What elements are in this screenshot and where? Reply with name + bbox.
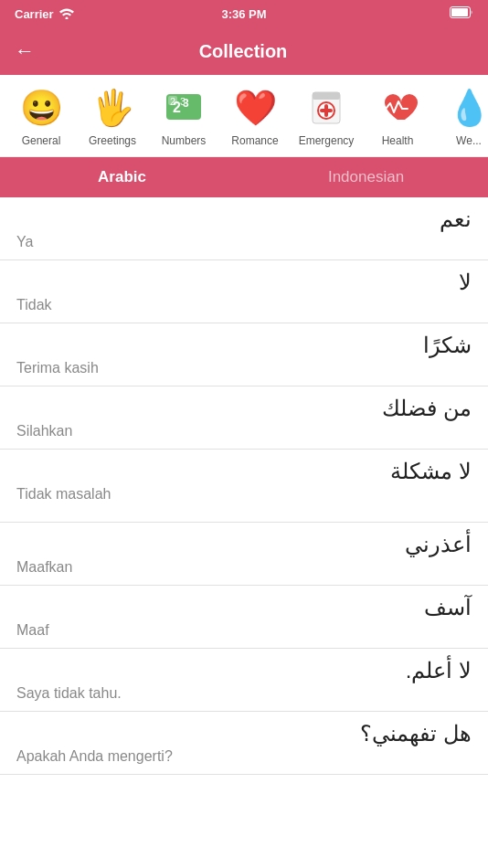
- word-item-0[interactable]: نعم Ya: [0, 197, 488, 260]
- category-scroll[interactable]: 😀 General 🖐️ Greetings 2 3 2 3 Numbers ❤…: [0, 75, 488, 157]
- arabic-text-5: أعذرني: [16, 532, 472, 557]
- translation-7: Saya tidak tahu.: [16, 685, 472, 702]
- word-item-3[interactable]: من فضلك Silahkan: [0, 386, 488, 450]
- word-item-8[interactable]: هل تفهمني؟ Apakah Anda mengerti?: [0, 712, 488, 775]
- svg-text:2: 2: [170, 96, 175, 107]
- status-bar-left: Carrier: [15, 7, 74, 21]
- translation-8: Apakah Anda mengerti?: [16, 748, 472, 765]
- word-item-1[interactable]: لا Tidak: [0, 260, 488, 323]
- translation-4: Tidak masalah: [16, 486, 472, 503]
- lang-arabic[interactable]: Arabic: [0, 157, 244, 197]
- general-label: General: [22, 134, 61, 147]
- translation-0: Ya: [16, 234, 472, 250]
- general-icon: 😀: [20, 84, 63, 131]
- back-button[interactable]: ←: [15, 36, 42, 67]
- word-item-4[interactable]: لا مشكلة Tidak masalah: [0, 450, 488, 523]
- numbers-icon: 2 3 2 3: [163, 84, 205, 131]
- water-label: We...: [456, 134, 482, 147]
- greetings-label: Greetings: [89, 134, 136, 147]
- category-item-water[interactable]: 💧 We...: [433, 82, 488, 149]
- numbers-label: Numbers: [162, 134, 207, 147]
- word-item-7[interactable]: لا أعلم. Saya tidak tahu.: [0, 649, 488, 712]
- lang-indonesian[interactable]: Indonesian: [244, 157, 488, 197]
- water-icon: 💧: [448, 84, 489, 131]
- greetings-icon: 🖐️: [91, 84, 134, 131]
- arabic-text-2: شكرًا: [16, 333, 472, 358]
- translation-6: Maaf: [16, 622, 472, 639]
- translation-1: Tidak: [16, 297, 472, 313]
- svg-rect-10: [313, 92, 340, 100]
- wifi-icon: [59, 8, 74, 19]
- category-item-romance[interactable]: ❤️ Romance: [219, 82, 291, 149]
- status-bar: Carrier 3:36 PM: [0, 0, 488, 27]
- emergency-label: Emergency: [299, 134, 355, 147]
- category-item-general[interactable]: 😀 General: [5, 82, 77, 149]
- category-item-numbers[interactable]: 2 3 2 3 Numbers: [148, 82, 219, 149]
- svg-rect-2: [451, 8, 468, 16]
- lang-header: Arabic Indonesian: [0, 157, 488, 197]
- word-item-2[interactable]: شكرًا Terima kasih: [0, 323, 488, 386]
- word-item-6[interactable]: آسف Maaf: [0, 586, 488, 649]
- nav-title: Collection: [42, 41, 444, 62]
- word-item-5[interactable]: أعذرني Maafkan: [0, 523, 488, 586]
- arabic-text-6: آسف: [16, 595, 472, 620]
- translation-3: Silahkan: [16, 423, 472, 439]
- health-icon: [377, 84, 419, 131]
- category-item-greetings[interactable]: 🖐️ Greetings: [77, 82, 148, 149]
- arabic-text-3: من فضلك: [16, 396, 472, 421]
- carrier-label: Carrier: [15, 7, 54, 21]
- arabic-text-0: نعم: [16, 206, 472, 232]
- status-bar-time: 3:36 PM: [221, 7, 266, 21]
- arabic-text-7: لا أعلم.: [16, 658, 472, 683]
- romance-icon: ❤️: [234, 84, 277, 131]
- svg-text:3: 3: [180, 96, 186, 107]
- category-item-health[interactable]: Health: [362, 82, 433, 149]
- word-list: نعم Ya لا Tidak شكرًا Terima kasih من فض…: [0, 197, 488, 775]
- arabic-text-8: هل تفهمني؟: [16, 721, 472, 746]
- romance-label: Romance: [231, 134, 278, 147]
- health-label: Health: [382, 134, 414, 147]
- battery-icon: [450, 6, 473, 21]
- category-item-emergency[interactable]: Emergency: [291, 82, 362, 149]
- arabic-text-4: لا مشكلة: [16, 459, 472, 484]
- translation-5: Maafkan: [16, 559, 472, 576]
- emergency-icon: [305, 84, 347, 131]
- top-nav: ← Collection: [0, 27, 488, 75]
- svg-point-0: [65, 17, 68, 20]
- svg-rect-13: [320, 109, 333, 112]
- arabic-text-1: لا: [16, 270, 472, 295]
- translation-2: Terima kasih: [16, 360, 472, 376]
